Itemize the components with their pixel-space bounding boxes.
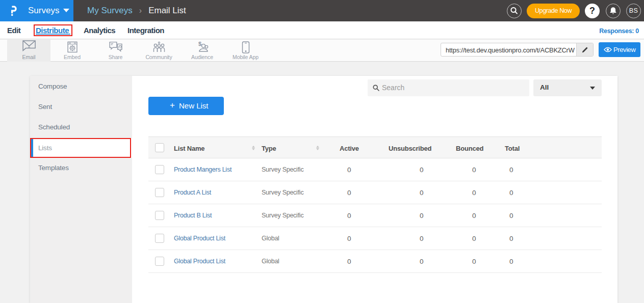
- svg-text:$: $: [198, 41, 201, 47]
